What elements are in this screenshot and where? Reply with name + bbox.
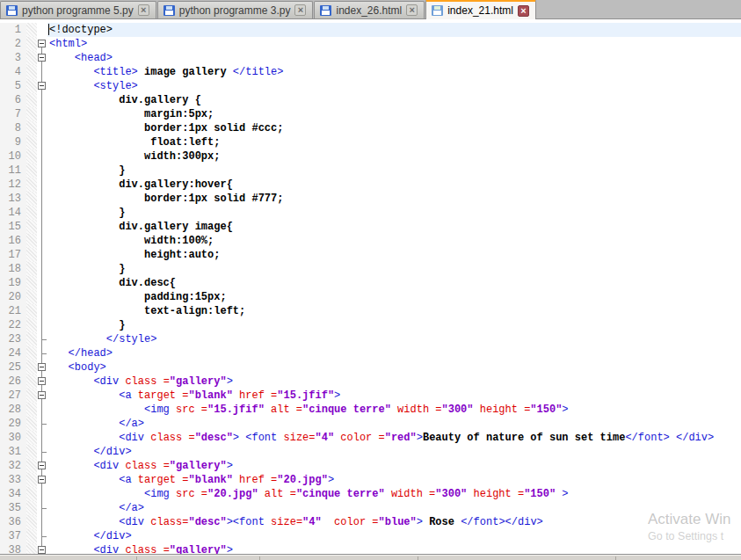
fold-collapse-toggle[interactable] bbox=[37, 543, 47, 554]
bookmark-margin bbox=[26, 389, 37, 403]
code-text[interactable]: <a target ="blank" href ="15.jfif"> bbox=[47, 389, 741, 403]
code-text[interactable]: } bbox=[47, 206, 741, 220]
fold-collapse-toggle[interactable] bbox=[37, 79, 47, 93]
code-text[interactable]: } bbox=[47, 318, 741, 332]
code-line: 30 <div class ="desc"> <font size="4" co… bbox=[0, 431, 741, 445]
code-editor[interactable]: 1<!doctype>2<html>3 <head>4 <title> imag… bbox=[0, 19, 741, 554]
code-text[interactable]: <!doctype> bbox=[47, 23, 741, 37]
token-attr: target = bbox=[132, 474, 189, 486]
token-val: "blank" bbox=[188, 389, 232, 402]
fold-collapse-toggle[interactable] bbox=[37, 389, 47, 403]
code-text[interactable]: <div class ="gallery"> bbox=[47, 543, 741, 554]
fold-minus-icon[interactable] bbox=[38, 40, 46, 47]
tab-python-programme-3-py[interactable]: python programme 3.py× bbox=[157, 1, 314, 18]
line-number: 38 bbox=[0, 543, 26, 554]
code-text[interactable]: } bbox=[47, 262, 741, 276]
code-text[interactable]: <img src ="15.jfif" alt ="cinque terre" … bbox=[47, 403, 741, 417]
close-icon[interactable]: × bbox=[406, 4, 418, 16]
token-txt: text-align:left; bbox=[49, 305, 245, 317]
bookmark-margin bbox=[26, 51, 37, 65]
code-text[interactable]: <div class ="gallery"> bbox=[47, 459, 741, 473]
code-text[interactable]: border:1px solid #ccc; bbox=[47, 121, 741, 135]
fold-minus-icon[interactable] bbox=[38, 54, 46, 62]
fold-minus-icon[interactable] bbox=[38, 377, 46, 385]
code-text[interactable]: <head> bbox=[47, 51, 741, 65]
token-val: "15.jfif" bbox=[207, 404, 265, 416]
fold-margin bbox=[37, 135, 47, 149]
fold-minus-icon[interactable] bbox=[38, 476, 46, 484]
token-txt: padding:15px; bbox=[49, 291, 227, 303]
code-text[interactable]: <a target ="blank" href ="20.jpg"> bbox=[47, 473, 741, 487]
code-text[interactable]: </div> bbox=[47, 529, 741, 543]
tab-index-21-html[interactable]: index_21.html× bbox=[425, 0, 536, 19]
fold-collapse-toggle[interactable] bbox=[37, 37, 47, 51]
code-text[interactable]: <div class ="gallery"> bbox=[47, 375, 741, 389]
line-number: 27 bbox=[0, 389, 26, 403]
line-number: 18 bbox=[0, 262, 26, 276]
code-text[interactable]: <body> bbox=[47, 360, 741, 375]
fold-minus-icon[interactable] bbox=[38, 391, 46, 399]
code-text[interactable]: </div> bbox=[47, 445, 741, 459]
fold-minus-icon[interactable] bbox=[38, 546, 46, 554]
code-text[interactable]: <title> image gallery </title> bbox=[47, 65, 741, 79]
code-text[interactable]: </style> bbox=[47, 332, 741, 346]
code-line: 8 border:1px solid #ccc; bbox=[0, 121, 741, 135]
fold-collapse-toggle[interactable] bbox=[37, 459, 47, 473]
code-text[interactable]: div.gallery image{ bbox=[47, 220, 741, 234]
fold-collapse-toggle[interactable] bbox=[37, 360, 47, 375]
fold-margin bbox=[37, 515, 47, 529]
fold-margin bbox=[37, 262, 47, 276]
tab-index-26-html[interactable]: index_26.html× bbox=[314, 1, 425, 18]
close-icon[interactable]: × bbox=[294, 4, 306, 16]
code-text[interactable]: </a> bbox=[47, 501, 741, 515]
fold-minus-icon[interactable] bbox=[38, 363, 46, 371]
code-text[interactable]: div.desc{ bbox=[47, 276, 741, 290]
code-text[interactable]: <div class="desc"><font size="4" color =… bbox=[47, 515, 741, 529]
code-text[interactable]: div.gallery:hover{ bbox=[47, 178, 741, 192]
tab-python-programme-5-py[interactable]: python programme 5.py× bbox=[0, 1, 156, 18]
token-plain: <!doctype> bbox=[49, 24, 113, 36]
code-text[interactable]: text-align:left; bbox=[47, 304, 741, 318]
code-text[interactable]: </head> bbox=[47, 346, 741, 360]
token-val: "gallery" bbox=[170, 544, 227, 554]
line-number: 36 bbox=[0, 515, 26, 529]
fold-margin bbox=[37, 276, 47, 290]
token-txt: } bbox=[49, 207, 125, 219]
code-text[interactable]: div.gallery { bbox=[47, 93, 741, 107]
code-text[interactable]: <html> bbox=[47, 37, 741, 51]
token-tag: <div bbox=[49, 544, 119, 554]
fold-minus-icon[interactable] bbox=[38, 82, 46, 90]
fold-collapse-toggle[interactable] bbox=[37, 51, 47, 65]
code-text[interactable]: float:left; bbox=[47, 135, 741, 149]
close-icon[interactable]: × bbox=[518, 5, 529, 17]
code-text[interactable]: <div class ="desc"> <font size="4" color… bbox=[47, 431, 741, 445]
bookmark-margin bbox=[26, 346, 37, 360]
token-txt: div.gallery image{ bbox=[49, 221, 233, 233]
token-tag: <font bbox=[245, 432, 277, 444]
fold-collapse-toggle[interactable] bbox=[37, 473, 47, 487]
fold-collapse-toggle[interactable] bbox=[37, 375, 47, 389]
token-val: "20.jpg" bbox=[277, 474, 328, 486]
close-icon[interactable]: × bbox=[138, 4, 149, 16]
code-text[interactable]: margin:5px; bbox=[47, 107, 741, 121]
code-line: 6 div.gallery { bbox=[0, 93, 741, 107]
token-tag: <a bbox=[49, 474, 132, 486]
code-text[interactable]: <img src ="20.jpg" alt ="cinque terre" w… bbox=[47, 487, 741, 501]
token-val: "cinque terre" bbox=[302, 404, 391, 416]
code-text[interactable]: padding:15px; bbox=[47, 290, 741, 304]
text-caret bbox=[48, 24, 49, 35]
code-text[interactable]: border:1px solid #777; bbox=[47, 192, 741, 206]
line-number: 12 bbox=[0, 178, 26, 192]
code-text[interactable]: <style> bbox=[47, 79, 741, 93]
token-attr: class= bbox=[144, 516, 188, 528]
code-text[interactable]: } bbox=[47, 164, 741, 178]
code-text[interactable]: </a> bbox=[47, 417, 741, 431]
line-number: 1 bbox=[0, 23, 26, 37]
token-txt: float:left; bbox=[49, 136, 220, 149]
code-text[interactable]: width:300px; bbox=[47, 149, 741, 164]
code-text[interactable]: width:100%; bbox=[47, 234, 741, 248]
bookmark-margin bbox=[26, 234, 37, 248]
fold-minus-icon[interactable] bbox=[38, 462, 46, 469]
token-tag: <img bbox=[49, 488, 170, 500]
code-text[interactable]: height:auto; bbox=[47, 248, 741, 262]
